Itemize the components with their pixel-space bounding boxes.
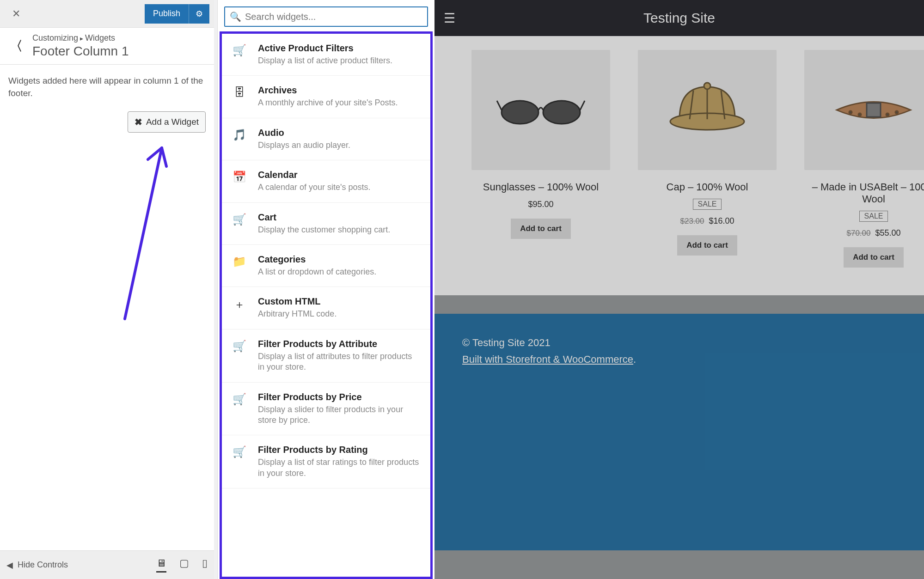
hide-controls-button[interactable]: ◀ Hide Controls xyxy=(6,560,68,570)
tablet-icon[interactable]: ▢ xyxy=(179,557,189,573)
back-icon[interactable]: 〈 xyxy=(0,37,32,55)
section-title: Footer Column 1 xyxy=(32,44,214,59)
add-widget-button[interactable]: ✖ Add a Widget xyxy=(128,111,206,133)
widget-list: 🛒 Active Product Filters Display a list … xyxy=(220,31,433,579)
product-title[interactable]: – Made in USABelt – 100% Wool xyxy=(804,181,924,205)
widget-item[interactable]: 🛒 Filter Products by Price Display a sli… xyxy=(222,383,430,436)
widget-title: Filter Products by Rating xyxy=(258,445,420,455)
widget-picker-panel: 🔍 🛒 Active Product Filters Display a lis… xyxy=(217,0,434,579)
widget-text: Filter Products by Rating Display a list… xyxy=(258,445,420,479)
product-image[interactable] xyxy=(638,50,777,170)
customizer-header: ✕ Publish ⚙ xyxy=(0,0,214,28)
add-to-cart-button[interactable]: Add to cart xyxy=(677,235,737,256)
customizer-panel: ✕ Publish ⚙ 〈 Customizing▸Widgets Footer… xyxy=(0,0,214,579)
widget-description: Display a list of attributes to filter p… xyxy=(258,351,420,373)
publish-button[interactable]: Publish xyxy=(145,4,189,24)
widget-icon: 📅 xyxy=(232,170,247,193)
product-price: $95.00 xyxy=(528,200,553,209)
original-price: $23.00 xyxy=(680,217,704,226)
product-price: $23.00$16.00 xyxy=(680,216,734,226)
widget-item[interactable]: 📅 Calendar A calendar of your site's pos… xyxy=(222,160,430,202)
widget-item[interactable]: 🛒 Filter Products by Rating Display a li… xyxy=(222,435,430,488)
svg-point-12 xyxy=(849,111,852,114)
svg-point-10 xyxy=(704,83,710,89)
footer-built: Built with Storefront & WooCommerce. xyxy=(462,353,896,366)
widget-text: Audio Displays an audio player. xyxy=(258,128,420,151)
footer-built-suffix: . xyxy=(633,353,636,365)
widget-title: Custom HTML xyxy=(258,296,420,307)
widget-text: Calendar A calendar of your site's posts… xyxy=(258,170,420,193)
widget-description: Display a slider to filter products in y… xyxy=(258,404,420,426)
widget-text: Filter Products by Price Display a slide… xyxy=(258,392,420,426)
footer-built-link[interactable]: Built with Storefront & WooCommerce xyxy=(462,353,633,365)
sale-price: $55.00 xyxy=(875,228,900,238)
widget-text: Cart Display the customer shopping cart. xyxy=(258,212,420,235)
close-icon: ✖ xyxy=(135,116,142,128)
widget-icon: 🎵 xyxy=(232,128,247,151)
add-widget-row: ✖ Add a Widget xyxy=(8,111,206,133)
add-to-cart-button[interactable]: Add to cart xyxy=(844,247,904,268)
widget-text: Archives A monthly archive of your site'… xyxy=(258,85,420,108)
desktop-icon[interactable]: 🖥 xyxy=(156,557,166,573)
product-grid: Sunglasses – 100% Wool $95.00 Add to car… xyxy=(434,36,924,295)
breadcrumb-label: Customizing xyxy=(32,33,78,43)
close-icon[interactable]: ✕ xyxy=(5,0,28,28)
svg-point-2 xyxy=(502,101,538,124)
add-to-cart-button[interactable]: Add to cart xyxy=(511,219,571,239)
svg-point-15 xyxy=(895,111,898,114)
widget-text: Categories A list or dropdown of categor… xyxy=(258,254,420,277)
sale-badge: SALE xyxy=(859,211,888,222)
customizer-title-text: Customizing▸Widgets Footer Column 1 xyxy=(32,33,214,59)
breadcrumb: Customizing▸Widgets xyxy=(32,33,214,43)
sale-badge: SALE xyxy=(693,199,722,210)
widget-description: A list or dropdown of categories. xyxy=(258,267,420,277)
gear-icon[interactable]: ⚙ xyxy=(189,4,209,24)
widget-item[interactable]: 🛒 Cart Display the customer shopping car… xyxy=(222,203,430,245)
widget-item[interactable]: 📁 Categories A list or dropdown of categ… xyxy=(222,245,430,287)
search-input[interactable] xyxy=(245,12,422,22)
preview-footer: © Testing Site 2021 Built with Storefron… xyxy=(434,314,924,550)
widget-icon: 🛒 xyxy=(232,339,247,373)
preview-pane: ☰ Testing Site Sunglasses – 100% Wool $9… xyxy=(434,0,924,579)
widget-item[interactable]: 🎵 Audio Displays an audio player. xyxy=(222,118,430,160)
product-image[interactable] xyxy=(804,50,924,170)
search-wrap: 🔍 xyxy=(218,0,434,31)
widget-icon: 📁 xyxy=(232,254,247,277)
svg-line-4 xyxy=(497,101,502,110)
widget-item[interactable]: 🛒 Filter Products by Attribute Display a… xyxy=(222,329,430,383)
svg-point-13 xyxy=(858,113,861,116)
widget-icon: 🛒 xyxy=(232,445,247,479)
site-title: Testing Site xyxy=(643,10,715,26)
svg-rect-11 xyxy=(867,103,881,117)
widget-description: Display a list of active product filters… xyxy=(258,55,420,66)
widget-icon: 🛒 xyxy=(232,212,247,235)
product-title[interactable]: Cap – 100% Wool xyxy=(667,181,748,193)
controls-bar: ◀ Hide Controls 🖥 ▢ ▯ xyxy=(0,550,214,579)
product-card: – Made in USABelt – 100% Wool SALE $70.0… xyxy=(804,50,924,268)
widget-item[interactable]: 🛒 Active Product Filters Display a list … xyxy=(222,34,430,76)
product-price: $70.00$55.00 xyxy=(846,228,900,238)
breadcrumb-current: Widgets xyxy=(85,33,115,43)
add-widget-label: Add a Widget xyxy=(146,117,199,127)
widget-icon: 🛒 xyxy=(232,43,247,66)
widget-description: Displays an audio player. xyxy=(258,140,420,151)
customizer-body: Widgets added here will appear in column… xyxy=(0,65,214,143)
menu-icon[interactable]: ☰ xyxy=(444,11,455,26)
original-price: $70.00 xyxy=(846,229,870,238)
sale-price: $16.00 xyxy=(709,216,734,226)
widget-item[interactable]: 🗄 Archives A monthly archive of your sit… xyxy=(222,76,430,118)
widget-description: A calendar of your site's posts. xyxy=(258,182,420,193)
widget-icon: 🛒 xyxy=(232,392,247,426)
footer-copyright: © Testing Site 2021 xyxy=(462,337,896,349)
product-title[interactable]: Sunglasses – 100% Wool xyxy=(483,181,599,193)
publish-group: Publish ⚙ xyxy=(145,4,209,24)
widget-icon: 🗄 xyxy=(232,85,247,108)
widget-text: Filter Products by Attribute Display a l… xyxy=(258,339,420,373)
search-box[interactable]: 🔍 xyxy=(224,6,428,27)
widget-title: Filter Products by Price xyxy=(258,392,420,402)
svg-line-5 xyxy=(580,101,585,110)
product-image[interactable] xyxy=(471,50,610,170)
widget-title: Active Product Filters xyxy=(258,43,420,54)
mobile-icon[interactable]: ▯ xyxy=(202,557,208,573)
widget-item[interactable]: ＋ Custom HTML Arbitrary HTML code. xyxy=(222,287,430,329)
